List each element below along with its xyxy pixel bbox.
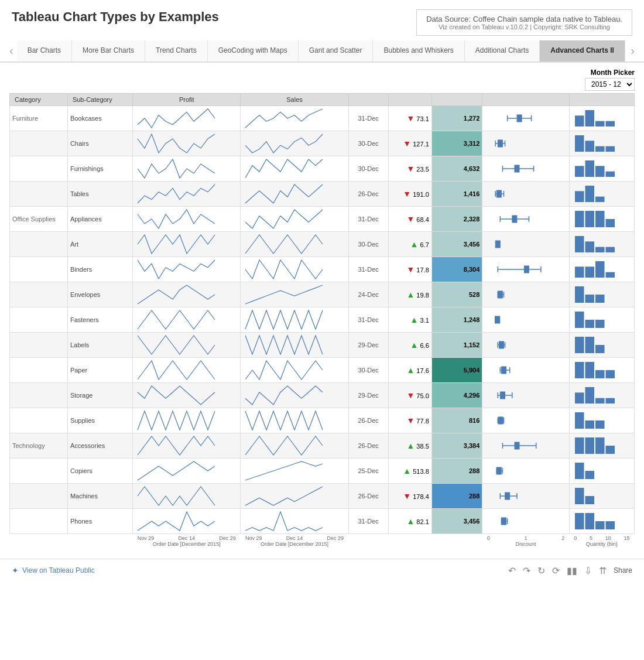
svg-rect-51	[525, 266, 529, 273]
box-plot-cell	[482, 257, 569, 282]
axis-discount-0: 0	[487, 535, 490, 541]
date-cell: 30-Dec	[348, 131, 388, 156]
col-arrow-val-header	[388, 93, 431, 105]
arrow-val-cell: ▼ 191.0	[388, 181, 431, 206]
nav-next-arrow[interactable]: ›	[627, 44, 638, 57]
svg-rect-15	[605, 146, 615, 151]
svg-rect-135	[605, 521, 615, 529]
pause-icon[interactable]: ▮▮	[567, 565, 577, 576]
profit-sparkline	[135, 283, 217, 306]
app-container: { "title": "Tableau Chart Types by Examp…	[0, 0, 644, 660]
footer: ✦ View on Tableau Public ↶ ↷ ↻ ⟳ ▮▮ ⇩ ⇈ …	[0, 559, 644, 582]
date-cell: 31-Dec	[348, 307, 388, 332]
svg-rect-131	[502, 518, 506, 525]
nav-prev-arrow[interactable]: ‹	[6, 44, 17, 57]
trend-arrow-down: ▼	[406, 164, 415, 173]
svg-rect-12	[575, 135, 584, 152]
arrow-val-cell: ▲ 3.1	[388, 307, 431, 332]
subcategory-cell: Appliances	[67, 206, 132, 231]
profit-sparkline-cell	[133, 382, 241, 408]
tableau-link[interactable]: View on Tableau Public	[22, 566, 95, 574]
svg-rect-45	[585, 241, 594, 252]
category-cell	[10, 332, 68, 357]
tab-advanced-charts[interactable]: Advanced Charts II	[540, 40, 625, 61]
date-cell: 26-Dec	[348, 181, 388, 206]
refresh-icon[interactable]: ⟳	[552, 565, 560, 576]
subcategory-cell: Accessories	[67, 433, 132, 458]
share-icon[interactable]: ⇈	[599, 565, 607, 576]
profit-sparkline	[135, 510, 217, 532]
box-plot	[485, 108, 549, 129]
datasource-box: Data Source: Coffee Chain sample data na…	[416, 9, 632, 36]
axis-profit-dec29: Dec 29	[219, 535, 236, 541]
download-icon[interactable]: ⇩	[584, 565, 592, 576]
undo-icon[interactable]: ↶	[508, 565, 516, 576]
sales-sparkline	[243, 183, 325, 205]
histogram-cell	[569, 357, 634, 382]
month-picker-select[interactable]: 2015 - 12	[585, 78, 635, 91]
svg-rect-117	[585, 471, 594, 479]
svg-rect-86	[595, 370, 605, 378]
tab-gant-scatter[interactable]: Gant and Scatter	[299, 40, 374, 61]
category-cell	[10, 508, 68, 534]
tab-bubbles-whiskers[interactable]: Bubbles and Whiskers	[373, 40, 464, 61]
subcategory-cell: Bookcases	[67, 105, 132, 131]
table-row: Storage 29-Dec ▼ 75.0 4,296	[10, 382, 635, 408]
profit-sparkline	[135, 183, 217, 205]
sales-sparkline	[243, 460, 325, 482]
trend-arrow-up: ▲	[406, 517, 415, 526]
date-cell: 31-Dec	[348, 257, 388, 282]
sales-sparkline	[243, 283, 325, 306]
redo-icon[interactable]: ↷	[523, 565, 530, 576]
profit-sparkline-cell	[133, 508, 241, 534]
svg-rect-95	[605, 398, 615, 403]
axis-sales-nov: Nov 29	[245, 535, 262, 541]
arrow-val-cell: ▲ 38.5	[388, 433, 431, 458]
svg-rect-94	[595, 398, 605, 403]
arrow-val-cell: ▲ 19.8	[388, 282, 431, 307]
svg-rect-68	[575, 312, 584, 328]
profit-sparkline-cell	[133, 206, 241, 231]
trend-arrow-down: ▼	[406, 265, 415, 274]
tab-bar-charts[interactable]: Bar Charts	[17, 40, 72, 61]
svg-rect-44	[575, 236, 584, 252]
svg-rect-133	[585, 513, 594, 529]
trend-arrow-up: ▲	[406, 365, 415, 375]
svg-rect-77	[585, 337, 594, 353]
histogram	[572, 334, 619, 355]
table-row: Office Supplies Appliances 31-Dec ▼ 68.4…	[10, 206, 635, 231]
svg-rect-19	[515, 165, 519, 172]
profit-sparkline	[135, 485, 217, 507]
sales-sparkline	[243, 334, 325, 356]
table-row: Furniture Bookcases 31-Dec ▼ 73.1 1,272	[10, 105, 635, 131]
tab-additional-charts[interactable]: Additional Charts	[465, 40, 540, 61]
category-cell: Furniture	[10, 105, 68, 131]
svg-rect-22	[595, 166, 605, 177]
sales-sparkline-cell	[241, 508, 348, 534]
histogram-cell	[569, 382, 634, 408]
box-plot	[485, 158, 549, 179]
sales-sparkline-cell	[241, 181, 348, 206]
tab-trend-charts[interactable]: Trend Charts	[145, 40, 208, 61]
sales-sparkline-cell	[241, 307, 348, 332]
share-label[interactable]: Share	[614, 566, 632, 574]
box-plot-cell	[482, 458, 569, 483]
revert-icon[interactable]: ↻	[537, 565, 545, 576]
category-cell: Office Supplies	[10, 206, 68, 231]
arrow-val-cell: ▼ 75.0	[388, 382, 431, 408]
svg-rect-20	[575, 166, 584, 177]
box-plot	[485, 208, 549, 230]
sales-bar-cell: 5,904	[431, 357, 482, 382]
main-table: Category Sub-Category Profit Sales Furni…	[9, 93, 635, 548]
arrow-val-cell: ▼ 77.8	[388, 408, 431, 433]
trend-arrow-up: ▲	[406, 441, 415, 450]
table-row: Supplies 26-Dec ▼ 77.8 816	[10, 408, 635, 433]
svg-rect-101	[585, 420, 594, 429]
box-plot	[485, 234, 549, 255]
tab-geocoding[interactable]: GeoCoding with Maps	[208, 40, 299, 61]
box-plot-cell	[482, 105, 569, 131]
tab-more-bar-charts[interactable]: More Bar Charts	[72, 40, 145, 61]
trend-arrow-up: ▲	[410, 240, 419, 249]
histogram-cell	[569, 282, 634, 307]
sales-bar-cell: 3,384	[431, 433, 482, 458]
